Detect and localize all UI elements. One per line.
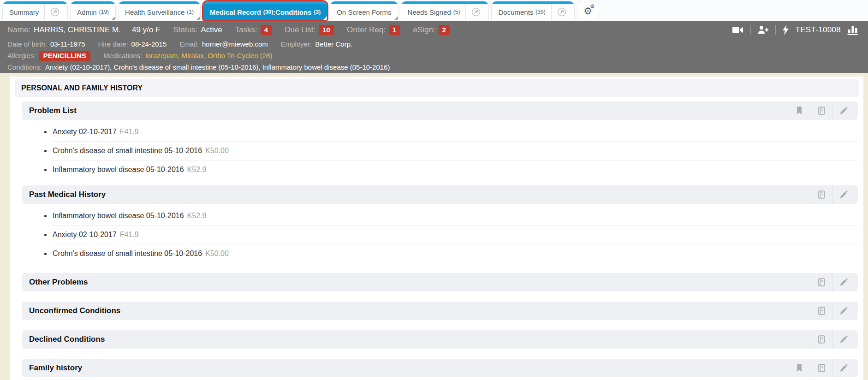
content-card: PERSONAL AND FAMILY HISTORY Problem List	[10, 77, 863, 380]
divider	[750, 25, 751, 35]
pencil-icon[interactable]	[832, 330, 854, 349]
tab-label: Summary	[9, 8, 39, 16]
pencil-icon[interactable]	[832, 359, 854, 377]
section-actions	[810, 302, 854, 320]
section-actions	[788, 359, 854, 377]
pencil-icon[interactable]	[832, 302, 854, 320]
esign-label: eSign:	[413, 25, 435, 35]
list-item: Crohn's disease of small intestine 05-10…	[52, 141, 858, 160]
section-header: Family history	[22, 359, 858, 377]
section-past-medical-history: Past Medical History Inflammatory bowel …	[22, 185, 858, 263]
dropdown-caret-icon	[196, 16, 200, 20]
dob-label: Date of birth:	[7, 40, 47, 48]
order-req-badge[interactable]: 1	[389, 25, 400, 35]
list-item: Inflammatory bowel disease 05-10-2016K52…	[52, 160, 858, 179]
due-list-badge[interactable]: 10	[319, 25, 334, 35]
section-title: Past Medical History	[29, 190, 106, 199]
tab-count: (1)	[187, 9, 194, 15]
tab-health-surveillance[interactable]: Health Surveillance (1)	[119, 1, 200, 20]
popout-icon[interactable]	[45, 7, 61, 17]
patient-header: Name: HARRIS, CHRISTINE M. 49 y/o F Stat…	[0, 21, 868, 73]
tab-on-screen-forms[interactable]: On Screen Forms	[330, 1, 398, 20]
content-area: PERSONAL AND FAMILY HISTORY Problem List	[0, 73, 868, 380]
pencil-icon[interactable]	[832, 101, 854, 120]
book-icon[interactable]	[810, 302, 832, 320]
tab-summary[interactable]: Summary	[3, 1, 67, 20]
section-header: Past Medical History	[22, 185, 858, 204]
employer-label: Employer:	[281, 40, 312, 48]
book-icon[interactable]	[810, 359, 832, 377]
conditions-value: Anxiety (02-10-2017), Crohn's disease of…	[45, 63, 390, 71]
section-unconfirmed-conditions: Unconfirmed Conditions	[22, 302, 858, 320]
book-icon[interactable]	[810, 330, 832, 349]
section-header: Declined Conditions	[22, 330, 858, 349]
tab-label: Documents	[498, 8, 533, 16]
tab-subcount: (3)	[314, 9, 321, 15]
list-item: Anxiety 02-10-2017F41.9	[52, 123, 858, 141]
gear-small-icon: ⚙	[590, 4, 595, 9]
video-camera-icon[interactable]	[732, 25, 744, 35]
tab-label: Medical Record	[210, 8, 261, 16]
section-declined-conditions: Declined Conditions	[22, 330, 858, 349]
lightning-icon[interactable]	[782, 25, 789, 35]
tab-documents[interactable]: Documents (39)	[492, 1, 574, 20]
bookmark-icon[interactable]	[788, 101, 810, 120]
list-item: Crohn's disease of small intestine 05-10…	[52, 244, 858, 263]
tab-label: Admin	[77, 8, 97, 16]
conditions-label: Conditions:	[7, 63, 42, 71]
bar-chart-icon[interactable]	[847, 25, 860, 35]
patient-name-row: Name: HARRIS, CHRISTINE M. 49 y/o F Stat…	[7, 21, 861, 38]
tab-count: (30)	[263, 9, 273, 15]
add-user-icon[interactable]	[757, 25, 769, 35]
section-header: Problem List	[22, 101, 858, 120]
tasks-label: Tasks:	[235, 25, 257, 35]
section-header: Unconfirmed Conditions	[22, 302, 858, 320]
icd-code: F41.9	[120, 231, 139, 238]
book-icon[interactable]	[810, 185, 832, 204]
divider	[775, 25, 776, 35]
dropdown-caret-icon	[112, 16, 115, 20]
hire-date-value: 08-24-2015	[131, 40, 167, 48]
tab-admin[interactable]: Admin (19)	[71, 1, 115, 20]
popout-icon[interactable]	[552, 7, 568, 17]
employer-value: Better Corp.	[315, 40, 352, 48]
esign-badge[interactable]: 2	[439, 25, 450, 35]
section-actions	[788, 101, 854, 120]
dropdown-caret-icon	[394, 16, 398, 20]
icd-code: F41.9	[120, 128, 139, 136]
section-title: Declined Conditions	[29, 335, 105, 344]
conditions-row: Conditions: Anxiety (02-10-2017), Crohn'…	[7, 61, 861, 73]
section-other-problems: Other Problems	[22, 273, 858, 291]
tab-label: Needs Signed	[408, 8, 451, 16]
icd-code: K52.9	[187, 166, 207, 173]
dob-value: 03-11-1975	[50, 40, 85, 48]
pencil-icon[interactable]	[832, 185, 854, 204]
tasks-badge[interactable]: 4	[261, 25, 272, 35]
email-value: horner@mieweb.com	[202, 40, 268, 48]
dropdown-caret-icon	[323, 16, 327, 20]
section-header: Other Problems	[22, 273, 858, 291]
email-label: Email:	[179, 40, 199, 48]
tab-count: (5)	[453, 9, 460, 15]
tab-count: (19)	[99, 9, 109, 15]
book-icon[interactable]	[810, 273, 832, 291]
tab-medical-record-conditions[interactable]: Medical Record (30) :Conditions (3)	[203, 1, 327, 20]
bookmark-icon[interactable]	[788, 359, 810, 377]
allergies-label: Allergies:	[7, 52, 36, 59]
list-item: Inflammatory bowel disease 05-10-2016K52…	[52, 207, 858, 225]
book-icon[interactable]	[810, 101, 832, 120]
settings-button[interactable]: ⚙ ⚙	[577, 1, 599, 20]
section-problem-list: Problem List Anxiety 02-10-2017F41.9 C	[22, 101, 858, 179]
allergy-badge[interactable]: PENICILLINS	[39, 51, 90, 61]
section-actions	[810, 185, 854, 204]
pencil-icon[interactable]	[832, 273, 854, 291]
medications-value[interactable]: lorazepam, Miralax, Ortho Tri-Cyclen (28…	[145, 52, 272, 59]
popout-icon[interactable]	[466, 7, 482, 17]
tab-label: Health Surveillance	[125, 8, 184, 16]
tab-needs-signed[interactable]: Needs Signed (5)	[401, 1, 489, 20]
section-actions	[810, 330, 854, 349]
tab-sublabel: :Conditions	[273, 8, 311, 16]
icd-code: K50.00	[205, 147, 229, 154]
name-label: Name:	[7, 25, 30, 35]
section-actions	[810, 273, 854, 291]
